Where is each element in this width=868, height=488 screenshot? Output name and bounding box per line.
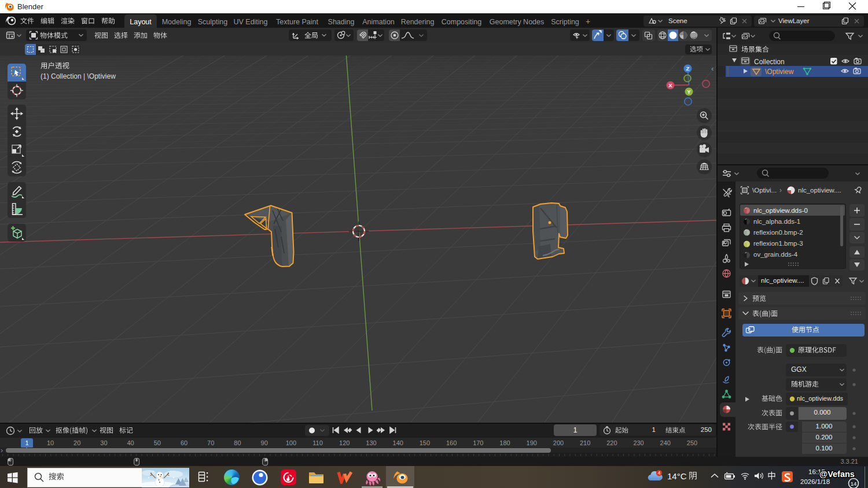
svg-text:Y: Y xyxy=(687,88,691,95)
svg-text:X: X xyxy=(668,82,672,88)
svg-text:14: 14 xyxy=(851,480,857,487)
svg-text:Z: Z xyxy=(686,65,690,72)
svg-text:4: 4 xyxy=(657,470,660,476)
